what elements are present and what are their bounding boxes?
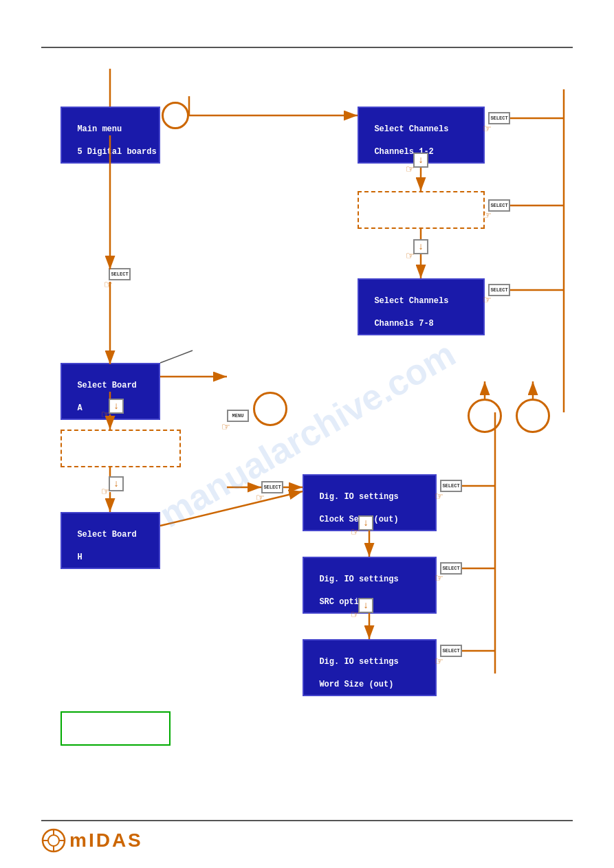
hand-icon-down-dig-clock: ☞	[351, 524, 359, 539]
hand-icon-ch12: ☞	[483, 121, 491, 136]
hand-icon-board-a: ☞	[102, 407, 109, 422]
svg-point-33	[48, 835, 59, 846]
select-btn-ch78[interactable]: SELECT	[488, 284, 510, 296]
logo-area: mIDAS	[41, 828, 143, 853]
down-btn-ch12[interactable]: ↓	[413, 153, 428, 168]
hand-icon-dig-clock-pre: ☞	[256, 490, 264, 505]
dig-word-box: Dig. IO settings Word Size (out)	[303, 639, 437, 696]
midas-logo-icon	[41, 828, 66, 853]
select-board-h-box: Select Board H	[61, 512, 160, 569]
down-btn-board-a[interactable]: ↓	[109, 399, 124, 414]
select-btn-dig-clock-pre[interactable]: SELECT	[261, 481, 283, 493]
dashed-box-channels	[358, 191, 485, 229]
down-btn-dashed-boards[interactable]: ↓	[109, 476, 124, 491]
circle-right-2	[516, 399, 550, 433]
hand-icon-main: ☞	[105, 277, 112, 292]
select-btn-dig-src[interactable]: SELECT	[440, 562, 462, 575]
hand-icon-dig-word: ☞	[435, 654, 443, 669]
down-btn-dig-src[interactable]: ↓	[358, 598, 373, 613]
hand-icon-dashed-boards: ☞	[102, 484, 109, 499]
hand-icon-menu: ☞	[222, 419, 230, 434]
hand-icon-down-ch12: ☞	[406, 162, 414, 177]
hand-icon-down-dashed-ch: ☞	[406, 248, 414, 263]
select-btn-ch-dashed[interactable]: SELECT	[488, 199, 510, 212]
hand-icon-ch78: ☞	[483, 292, 491, 307]
select-btn-ch12[interactable]: SELECT	[488, 112, 510, 124]
circle-right-1	[468, 399, 502, 433]
circle-main-menu	[162, 102, 189, 129]
select-btn-dig-clock[interactable]: SELECT	[440, 480, 462, 492]
hand-icon-dig-clock: ☞	[435, 489, 443, 504]
svg-line-9	[160, 491, 303, 526]
hand-icon-down-dig-src: ☞	[351, 607, 359, 622]
logo-text: mIDAS	[69, 830, 143, 852]
menu-btn[interactable]: MENU	[227, 410, 249, 422]
hand-icon-ch-dashed: ☞	[483, 208, 491, 223]
dashed-box-boards	[61, 430, 181, 467]
down-btn-dig-clock[interactable]: ↓	[358, 515, 373, 531]
hand-icon-dig-src: ☞	[435, 570, 443, 586]
down-btn-dashed-ch[interactable]: ↓	[413, 239, 428, 254]
select-channels-78-box: Select Channels Channels 7-8	[358, 278, 485, 335]
main-menu-box: Main menu 5 Digital boards	[61, 107, 160, 164]
circle-menu	[253, 392, 287, 426]
bottom-rule	[41, 820, 573, 821]
top-rule	[41, 47, 573, 48]
select-btn-dig-word[interactable]: SELECT	[440, 645, 462, 657]
legend-box	[61, 711, 171, 746]
svg-line-30	[160, 350, 193, 363]
